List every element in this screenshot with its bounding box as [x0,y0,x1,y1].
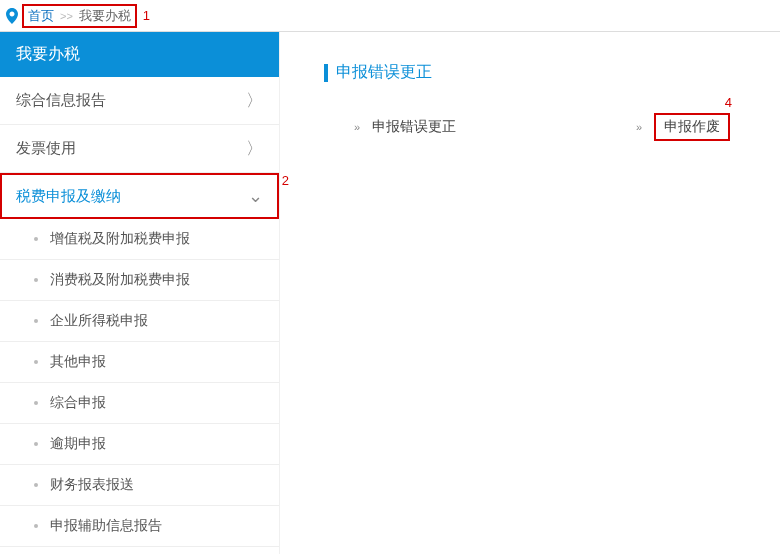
annotation-4: 4 [725,95,732,110]
submenu-item[interactable]: 税费缴纳 [0,547,279,554]
sidebar: 我要办税 综合信息报告 〉 发票使用 〉 税费申报及缴纳 ⌄ 2 增值税及附加税… [0,32,280,554]
link-void[interactable]: » 申报作废 4 [636,113,730,141]
sidebar-item-label: 发票使用 [16,139,76,158]
breadcrumb-sep-icon: >> [60,10,73,22]
submenu-item[interactable]: 财务报表报送 [0,465,279,506]
link-correction[interactable]: » 申报错误更正 [354,113,456,141]
sidebar-item-fapiao[interactable]: 发票使用 〉 [0,125,279,173]
breadcrumb-highlight: 首页 >> 我要办税 [22,4,137,28]
submenu-item[interactable]: 消费税及附加税费申报 [0,260,279,301]
submenu: 增值税及附加税费申报 消费税及附加税费申报 企业所得税申报 其他申报 综合申报 … [0,219,279,554]
link-label: 申报作废 [664,118,720,134]
sidebar-item-label: 税费申报及缴纳 [16,187,121,206]
sidebar-item-shuifei[interactable]: 税费申报及缴纳 ⌄ 2 [0,173,279,219]
chevron-down-icon: ⌄ [248,185,263,207]
location-icon [6,8,18,24]
content-area: 申报错误更正 » 申报错误更正 » 申报作废 4 [280,32,780,554]
main-layout: 我要办税 综合信息报告 〉 发票使用 〉 税费申报及缴纳 ⌄ 2 增值税及附加税… [0,32,780,554]
chevron-right-icon: 〉 [246,89,263,112]
submenu-item[interactable]: 逾期申报 [0,424,279,465]
submenu-item[interactable]: 企业所得税申报 [0,301,279,342]
breadcrumb: 首页 >> 我要办税 1 [0,0,780,32]
submenu-item[interactable]: 增值税及附加税费申报 [0,219,279,260]
content-title: 申报错误更正 [324,62,750,83]
sidebar-item-label: 综合信息报告 [16,91,106,110]
submenu-item[interactable]: 其他申报 [0,342,279,383]
title-bar-icon [324,64,328,82]
breadcrumb-current: 我要办税 [79,7,131,25]
annotation-1: 1 [143,8,150,23]
breadcrumb-home-link[interactable]: 首页 [28,7,54,25]
chevron-right-icon: 〉 [246,137,263,160]
link-label: 申报错误更正 [372,118,456,136]
content-title-text: 申报错误更正 [336,62,432,83]
link-highlight: 申报作废 4 [654,113,730,141]
double-chevron-icon: » [636,121,642,133]
link-row: » 申报错误更正 » 申报作废 4 [324,113,750,141]
sidebar-header: 我要办税 [0,32,279,77]
sidebar-item-zonghe[interactable]: 综合信息报告 〉 [0,77,279,125]
double-chevron-icon: » [354,121,360,133]
submenu-item[interactable]: 申报辅助信息报告 [0,506,279,547]
submenu-item[interactable]: 综合申报 [0,383,279,424]
